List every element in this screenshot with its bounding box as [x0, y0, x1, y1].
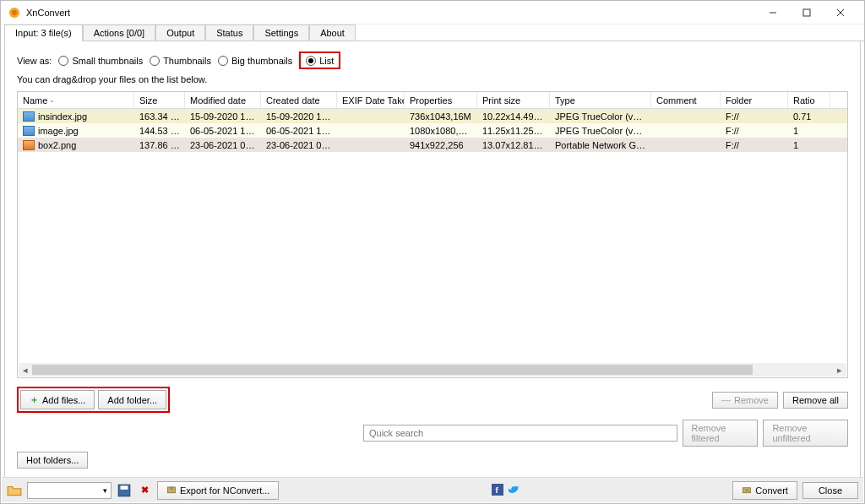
col-name[interactable]: Name⌄	[18, 92, 134, 108]
col-size[interactable]: Size	[134, 92, 185, 108]
remove-filtered-button[interactable]: Remove filtered	[683, 420, 759, 447]
convert-button[interactable]: Convert	[732, 481, 797, 500]
col-modified-date[interactable]: Modified date	[185, 92, 261, 108]
close-app-button[interactable]: Close	[802, 482, 858, 499]
convert-icon	[742, 485, 752, 496]
col-ratio[interactable]: Ratio	[788, 92, 830, 108]
open-folder-icon[interactable]	[7, 483, 22, 498]
plus-icon: ＋	[30, 393, 39, 406]
remove-unfiltered-button[interactable]: Remove unfiltered	[763, 420, 848, 447]
add-folder-button[interactable]: Add folder...	[98, 390, 166, 409]
radio-thumbnails[interactable]: Thumbnails	[150, 56, 211, 66]
col-created-date[interactable]: Created date	[261, 92, 337, 108]
minus-icon: —	[721, 395, 731, 405]
drag-hint: You can drag&drop your files on the list…	[17, 74, 848, 84]
remove-button[interactable]: — Remove	[712, 392, 778, 409]
col-exif-date[interactable]: EXIF Date Taken	[337, 92, 405, 108]
sort-indicator-icon: ⌄	[49, 96, 55, 104]
tab-status[interactable]: Status	[205, 24, 253, 41]
app-icon	[8, 6, 21, 19]
scroll-right-icon[interactable]: ▸	[833, 363, 846, 377]
image-file-icon	[23, 140, 35, 150]
tab-input[interactable]: Input: 3 file(s)	[4, 24, 83, 41]
file-list[interactable]: Name⌄ Size Modified date Created date EX…	[17, 91, 848, 378]
horizontal-scrollbar[interactable]: ◂ ▸	[19, 363, 846, 377]
hot-folders-button[interactable]: Hot folders...	[17, 452, 88, 469]
tab-about[interactable]: About	[309, 24, 356, 41]
radio-small-thumbnails[interactable]: Small thumbnails	[58, 56, 143, 66]
image-file-icon	[23, 111, 35, 122]
scroll-left-icon[interactable]: ◂	[19, 363, 32, 377]
export-nconvert-button[interactable]: Export for NConvert...	[157, 481, 279, 500]
save-preset-icon[interactable]	[117, 483, 132, 498]
close-button[interactable]	[824, 1, 857, 24]
window-title: XnConvert	[26, 8, 756, 18]
maximize-button[interactable]	[790, 1, 824, 24]
export-icon	[166, 485, 177, 496]
remove-all-button[interactable]: Remove all	[783, 392, 848, 409]
tab-actions[interactable]: Actions [0/0]	[83, 24, 156, 41]
twitter-icon[interactable]	[509, 484, 520, 497]
minimize-button[interactable]	[756, 1, 790, 24]
image-file-icon	[23, 126, 35, 136]
table-row[interactable]: image.jpg 144.53 KiB 06-05-2021 16:1... …	[18, 123, 847, 138]
add-files-button[interactable]: ＋ Add files...	[20, 390, 95, 409]
col-folder[interactable]: Folder	[721, 92, 788, 108]
table-row[interactable]: box2.png 137.86 KiB 23-06-2021 02:4... 2…	[18, 138, 847, 152]
col-print-size[interactable]: Print size	[477, 92, 550, 108]
search-input[interactable]	[363, 425, 677, 442]
svg-rect-3	[803, 9, 810, 16]
table-row[interactable]: insindex.jpg 163.34 KiB 15-09-2020 17:4.…	[18, 109, 847, 123]
col-type[interactable]: Type	[550, 92, 651, 108]
chevron-down-icon: ▾	[103, 486, 107, 495]
facebook-icon[interactable]: f	[492, 484, 503, 497]
col-comment[interactable]: Comment	[651, 92, 721, 108]
preset-select[interactable]: ▾	[27, 482, 112, 499]
tab-output[interactable]: Output	[155, 24, 205, 41]
tab-settings[interactable]: Settings	[253, 24, 309, 41]
delete-preset-icon[interactable]: ✖	[137, 483, 152, 498]
radio-list[interactable]: List	[306, 56, 334, 66]
svg-point-1	[12, 10, 17, 15]
view-as-label: View as:	[17, 56, 52, 66]
col-properties[interactable]: Properties	[405, 92, 477, 108]
svg-rect-7	[121, 485, 128, 490]
radio-big-thumbnails[interactable]: Big thumbnails	[218, 56, 292, 66]
